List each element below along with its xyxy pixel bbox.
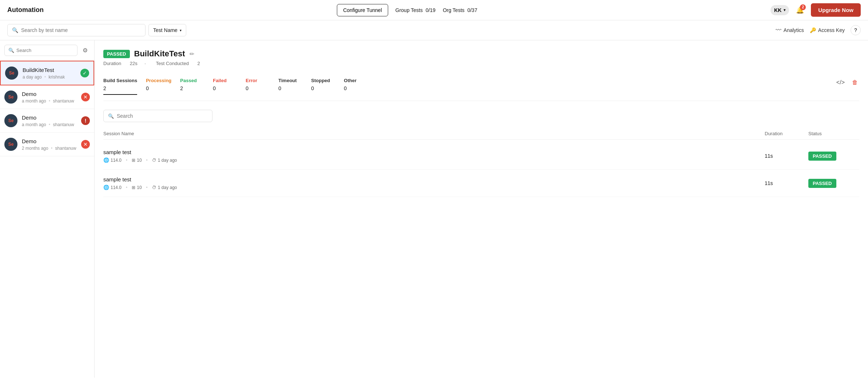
avatar-initials: KK: [774, 7, 781, 13]
sidebar: 🔍 ⚙ Se BuildKiteTest a day ago • krishna…: [0, 40, 95, 378]
test-name-dropdown[interactable]: Test Name ▾: [148, 24, 186, 36]
status-icon-passed-1: ✓: [80, 69, 89, 77]
share-icon: </>: [836, 79, 845, 85]
delete-button[interactable]: 🗑: [851, 78, 859, 87]
stat-processing: Processing 0: [146, 75, 180, 97]
chrome-tag-2: 🌐 114.0: [103, 185, 122, 190]
sidebar-search-row: 🔍 ⚙: [0, 40, 94, 61]
share-button[interactable]: </>: [835, 78, 846, 87]
build-meta: Duration 22s · Test Conducted 2: [103, 61, 859, 66]
build-sessions-label: Build Sessions: [103, 78, 137, 83]
error-label: Error: [246, 78, 270, 83]
test-item-meta-2: a month ago • shantanuw: [22, 98, 77, 104]
session-duration-1: 11s: [765, 153, 808, 159]
test-item-meta-4: 2 months ago • shantanuw: [22, 146, 77, 151]
session-status-2: PASSED: [808, 179, 859, 188]
access-key-button[interactable]: 🔑 Access Key: [810, 27, 845, 33]
session-row-1[interactable]: sample test 🌐 114.0 • ⊞ 10 • ⏱ 1 day ago: [103, 142, 859, 170]
col-session-name-header: Session Name: [103, 131, 765, 136]
sidebar-item-demo-1[interactable]: Se Demo a month ago • shantanuw ✕: [0, 85, 94, 109]
test-item-icon-1: Se: [5, 67, 18, 80]
session-passed-badge-2: PASSED: [808, 179, 836, 188]
notification-badge: 2: [800, 4, 806, 10]
upgrade-now-button[interactable]: Upgrade Now: [811, 3, 861, 17]
processing-value: 0: [146, 85, 171, 91]
timeout-value: 0: [278, 85, 302, 91]
filter-button[interactable]: ⚙: [80, 45, 90, 56]
clock-icon-2: ⏱: [152, 185, 156, 190]
session-status-1: PASSED: [808, 152, 859, 161]
sidebar-search-icon: 🔍: [8, 48, 14, 53]
processing-label: Processing: [146, 78, 171, 83]
main-search-container: 🔍: [7, 24, 146, 36]
status-icon-failed-2: ✕: [81, 93, 90, 101]
other-value: 0: [344, 85, 368, 91]
top-header: Automation Configure Tunnel Group Tests …: [0, 0, 868, 20]
key-icon: 🔑: [810, 27, 816, 33]
dropdown-arrow-icon: ▾: [180, 28, 182, 32]
analytics-icon: 〰: [776, 27, 781, 33]
sessions-search-icon: 🔍: [108, 113, 114, 119]
sessions-search-input[interactable]: [117, 113, 208, 119]
sidebar-search-input[interactable]: [16, 48, 73, 53]
session-name-1: sample test: [103, 149, 765, 155]
test-item-icon-4: Se: [4, 138, 17, 151]
trash-icon: 🗑: [852, 79, 858, 85]
test-item-name-1: BuildKiteTest: [23, 67, 76, 73]
test-item-info-2: Demo a month ago • shantanuw: [22, 91, 77, 104]
main-search-input[interactable]: [21, 27, 141, 33]
test-item-name-3: Demo: [22, 114, 77, 121]
stat-other: Other 0: [344, 75, 377, 97]
passed-value: 2: [180, 85, 204, 91]
stopped-value: 0: [311, 85, 335, 91]
chrome-tag-1: 🌐 114.0: [103, 157, 122, 163]
sidebar-search-container: 🔍: [4, 45, 77, 56]
test-item-icon-2: Se: [4, 91, 17, 104]
build-title: BuildKiteTest: [134, 49, 185, 59]
session-tags-2: 🌐 114.0 • ⊞ 10 • ⏱ 1 day ago: [103, 185, 765, 190]
sidebar-item-demo-2[interactable]: Se Demo a month ago • shantanuw !: [0, 109, 94, 133]
filter-icon: ⚙: [83, 47, 88, 53]
stat-actions: </> 🗑: [835, 75, 859, 87]
chevron-down-icon: ▾: [784, 8, 785, 12]
stopped-label: Stopped: [311, 78, 335, 83]
session-info-1: sample test 🌐 114.0 • ⊞ 10 • ⏱ 1 day ago: [103, 149, 765, 163]
search-bar-row: 🔍 Test Name ▾ 〰 Analytics 🔑 Access Key ?: [0, 20, 868, 40]
test-item-name-4: Demo: [22, 138, 77, 144]
stats-table: Build Sessions 2 Processing 0 Passed 2 F…: [103, 75, 859, 101]
sidebar-item-buildkitetest[interactable]: Se BuildKiteTest a day ago • krishnak ✓: [0, 61, 94, 85]
search-bar-left: 🔍 Test Name ▾: [7, 24, 771, 36]
chrome-icon-1: 🌐: [103, 157, 109, 163]
sessions-header: Session Name Duration Status: [103, 128, 859, 140]
org-tests-label: Org Tests 0/37: [443, 7, 477, 13]
test-name-label: Test Name: [153, 27, 178, 33]
group-tests-label: Group Tests 0/19: [395, 7, 435, 13]
header-right: KK ▾ 🔔 2 Upgrade Now: [771, 3, 861, 17]
status-icon-failed-4: ✕: [81, 140, 90, 149]
col-status-header: Status: [808, 131, 859, 136]
session-name-2: sample test: [103, 176, 765, 182]
stat-build-sessions: Build Sessions 2: [103, 75, 146, 101]
duration-label: Duration: [103, 61, 121, 66]
edit-icon[interactable]: ✏: [190, 51, 194, 57]
avatar-button[interactable]: KK ▾: [771, 5, 789, 15]
help-button[interactable]: ?: [851, 25, 861, 35]
failed-label: Failed: [213, 78, 237, 83]
os-tag-1: ⊞ 10: [132, 158, 142, 163]
col-duration-header: Duration: [765, 131, 808, 136]
configure-tunnel-button[interactable]: Configure Tunnel: [337, 4, 388, 16]
stat-timeout: Timeout 0: [278, 75, 311, 97]
timeout-label: Timeout: [278, 78, 302, 83]
session-row-2[interactable]: sample test 🌐 114.0 • ⊞ 10 • ⏱ 1 day ago: [103, 170, 859, 197]
notification-button[interactable]: 🔔 2: [793, 4, 807, 17]
windows-icon-1: ⊞: [132, 158, 135, 163]
sidebar-item-demo-3[interactable]: Se Demo 2 months ago • shantanuw ✕: [0, 133, 94, 156]
status-icon-error-3: !: [81, 116, 90, 125]
test-item-name-2: Demo: [22, 91, 77, 97]
test-item-info-4: Demo 2 months ago • shantanuw: [22, 138, 77, 151]
search-bar-right: 〰 Analytics 🔑 Access Key ?: [776, 25, 861, 35]
test-conducted-value: 2: [198, 61, 200, 66]
analytics-button[interactable]: 〰 Analytics: [776, 27, 804, 33]
passed-label: Passed: [180, 78, 204, 83]
sessions-search-container: 🔍: [103, 110, 212, 122]
